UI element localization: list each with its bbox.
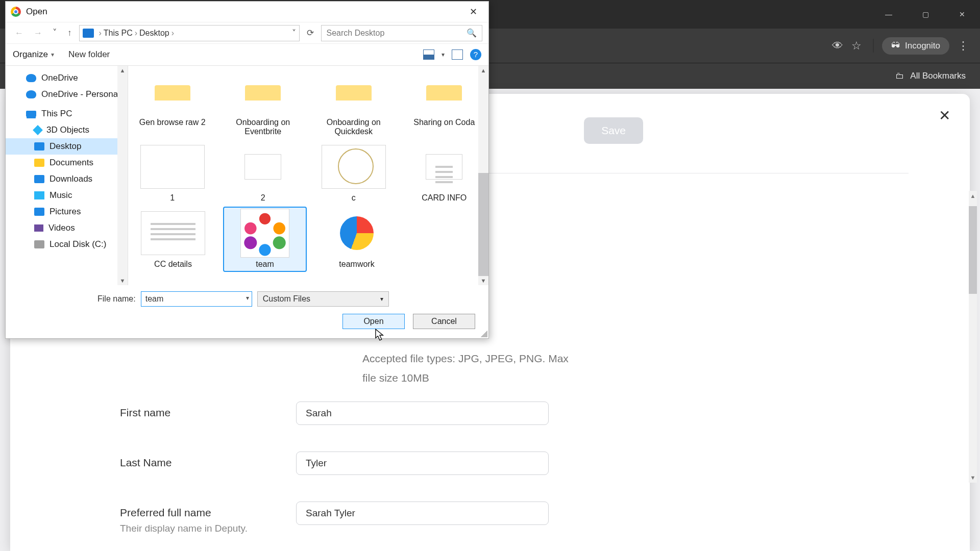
folder-icon: 🗀 (895, 71, 904, 81)
file-item-image[interactable]: teamwork (316, 208, 398, 271)
first-name-label: First name (120, 402, 296, 419)
tree-downloads[interactable]: Downloads (6, 171, 128, 187)
modal-scrollbar[interactable]: ▲ ▼ (969, 191, 977, 483)
window-close-button[interactable]: ✕ (950, 4, 974, 24)
cancel-button[interactable]: Cancel (413, 314, 475, 329)
bookmark-star-icon[interactable]: ☆ (851, 39, 862, 53)
file-item-folder[interactable]: Onboarding on Quickdesk (313, 66, 394, 138)
nav-forward-button[interactable]: → (31, 28, 45, 38)
chevron-right-icon: › (99, 29, 102, 38)
organize-menu[interactable]: Organize ▾ (13, 49, 54, 60)
tree-3d-objects[interactable]: 3D Objects (6, 122, 128, 138)
incognito-label: Incognito (905, 41, 940, 51)
scroll-thumb[interactable] (478, 173, 488, 276)
chevron-down-icon[interactable]: ˅ (292, 28, 296, 38)
scroll-up-icon[interactable]: ▲ (969, 191, 977, 201)
drive-icon (83, 29, 94, 38)
filename-input[interactable] (141, 291, 252, 307)
open-button[interactable]: Open (342, 314, 405, 329)
new-folder-button[interactable]: New folder (68, 49, 110, 60)
cloud-icon (26, 74, 36, 82)
scroll-down-icon[interactable]: ▼ (478, 276, 488, 285)
preferred-name-input[interactable] (296, 502, 549, 525)
file-item-image[interactable]: 1 (132, 141, 213, 205)
search-input[interactable]: Search Desktop 🔍 (321, 25, 483, 41)
dialog-close-button[interactable]: ✕ (463, 6, 483, 17)
scroll-up-icon[interactable]: ▲ (117, 66, 128, 75)
all-bookmarks-label: All Bookmarks (910, 71, 966, 81)
dialog-title: Open (26, 7, 47, 17)
last-name-input[interactable] (296, 452, 549, 475)
tree-local-disk[interactable]: Local Disk (C:) (6, 236, 128, 253)
file-item-folder[interactable]: Onboarding on Eventbrite (223, 66, 304, 138)
chrome-menu-icon[interactable]: ⋮ (958, 39, 969, 53)
preferred-name-label: Preferred full name (120, 502, 296, 519)
view-mode-button[interactable] (423, 49, 434, 60)
search-icon: 🔍 (467, 28, 477, 38)
file-item-image[interactable]: CARD INFO (404, 141, 485, 205)
cube-icon (33, 125, 43, 135)
tree-desktop[interactable]: Desktop (6, 138, 128, 155)
preferred-name-subtext: Their display name in Deputy. (120, 523, 296, 534)
nav-recent-button[interactable]: ˅ (50, 28, 60, 38)
save-button[interactable]: Save (584, 117, 643, 144)
window-minimize-button[interactable]: — (877, 4, 900, 24)
tree-music[interactable]: Music (6, 187, 128, 204)
last-name-label: Last Name (120, 452, 296, 469)
nav-up-button[interactable]: ↑ (64, 28, 75, 38)
file-list: Gen browse raw 2 Onboarding on Eventbrit… (128, 66, 488, 285)
first-name-input[interactable] (296, 402, 549, 425)
pictures-icon (34, 208, 44, 216)
scroll-down-icon[interactable]: ▼ (117, 276, 128, 285)
file-item-folder[interactable]: Sharing on Coda (404, 66, 485, 138)
breadcrumb-desktop[interactable]: Desktop (139, 29, 169, 38)
filetype-select[interactable]: Custom Files▾ (257, 291, 389, 307)
chevron-down-icon[interactable]: ▾ (442, 51, 445, 58)
folder-icon (34, 159, 44, 167)
incognito-eye-icon: 👁︎ (832, 39, 843, 53)
all-bookmarks-button[interactable]: 🗀 All Bookmarks (895, 71, 966, 81)
search-placeholder: Search Desktop (327, 29, 385, 38)
file-item-folder[interactable]: Gen browse raw 2 (132, 66, 213, 138)
tree-this-pc[interactable]: This PC (6, 106, 128, 122)
monitor-icon (26, 111, 36, 117)
file-open-dialog: Open ✕ ← → ˅ ↑ › This PC › Desktop › ˅ ⟳… (5, 1, 489, 339)
refresh-button[interactable]: ⟳ (304, 28, 317, 38)
scroll-thumb[interactable] (969, 206, 977, 294)
chrome-icon (11, 7, 21, 17)
folder-tree: OneDrive OneDrive - Personal This PC 3D … (6, 66, 128, 285)
chevron-down-icon[interactable]: ▾ (246, 294, 249, 302)
scroll-down-icon[interactable]: ▼ (969, 472, 977, 483)
scroll-up-icon[interactable]: ▲ (478, 66, 488, 75)
chevron-right-icon: › (135, 29, 137, 38)
file-item-team-selected[interactable]: team (224, 208, 306, 271)
incognito-chip[interactable]: 🕶 Incognito (882, 37, 949, 55)
cloud-icon (26, 90, 36, 98)
music-icon (34, 191, 44, 199)
file-item-image[interactable]: 2 (223, 141, 304, 205)
breadcrumb[interactable]: › This PC › Desktop › ˅ (79, 25, 300, 41)
chevron-down-icon: ▾ (51, 51, 54, 58)
disk-icon (34, 240, 44, 248)
nav-back-button[interactable]: ← (12, 28, 27, 38)
desktop-icon (34, 142, 44, 151)
file-item-image[interactable]: CC details (132, 208, 214, 271)
tree-pictures[interactable]: Pictures (6, 204, 128, 220)
tree-onedrive[interactable]: OneDrive (6, 70, 128, 86)
tree-videos[interactable]: Videos (6, 220, 128, 236)
tree-scrollbar[interactable]: ▲ ▼ (117, 66, 128, 285)
file-item-image[interactable]: c (313, 141, 394, 205)
help-button[interactable]: ? (470, 49, 481, 60)
chevron-down-icon: ▾ (380, 295, 383, 303)
side-panel-icon[interactable] (870, 39, 874, 53)
resize-handle[interactable] (480, 330, 487, 337)
filename-label: File name: (97, 294, 136, 304)
tree-onedrive-personal[interactable]: OneDrive - Personal (6, 86, 128, 103)
tree-documents[interactable]: Documents (6, 155, 128, 171)
breadcrumb-this-pc[interactable]: This PC (104, 29, 133, 38)
modal-close-button[interactable]: ✕ (939, 107, 950, 124)
incognito-icon: 🕶 (891, 41, 900, 51)
preview-pane-button[interactable] (452, 49, 463, 60)
window-maximize-button[interactable]: ▢ (914, 4, 937, 24)
files-scrollbar[interactable]: ▲ ▼ (478, 66, 488, 285)
